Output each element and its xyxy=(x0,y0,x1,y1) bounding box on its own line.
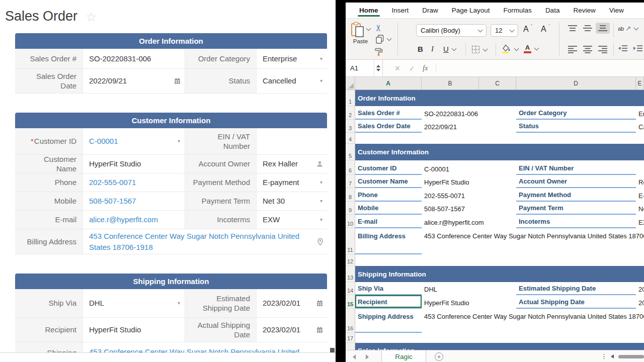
field-value[interactable]: SO-20220831-006 xyxy=(83,49,185,68)
field-value[interactable]: Net 30▾ xyxy=(257,192,327,210)
field-value[interactable]: 2023/02/01 xyxy=(257,318,327,342)
calendar-icon[interactable] xyxy=(316,300,323,307)
grid-cell-a10[interactable]: E-mail xyxy=(355,215,422,228)
borders-button[interactable] xyxy=(471,45,487,54)
select-all-corner[interactable] xyxy=(346,77,355,89)
format-painter-button[interactable] xyxy=(374,48,383,56)
align-bottom-button[interactable] xyxy=(596,23,610,34)
grid-cell-b16[interactable]: 453 Conference Center Way Sugar Notch Pe… xyxy=(422,309,479,333)
column-header-e[interactable]: E xyxy=(636,77,644,89)
grid-cell-c10[interactable] xyxy=(479,215,516,228)
grid-cell-a3[interactable]: Sales Order Date xyxy=(355,120,422,133)
empty-row[interactable] xyxy=(355,333,644,343)
dropdown-caret-icon[interactable]: ▾ xyxy=(178,301,180,306)
row-number[interactable]: 17 xyxy=(346,333,355,343)
section-header-row[interactable]: Shipping Information xyxy=(355,266,644,282)
name-box-spinner[interactable] xyxy=(374,60,382,76)
field-value[interactable]: 508-507-1567 xyxy=(83,192,185,210)
grid-cell-e2[interactable]: Enterprise xyxy=(636,106,644,120)
copy-button[interactable] xyxy=(376,35,391,44)
grid-cell-b3[interactable]: 2022/09/21 xyxy=(422,120,479,133)
row-number[interactable]: 3 xyxy=(346,120,355,133)
grid-cell-a11[interactable]: Billing Address xyxy=(355,228,422,254)
bold-button[interactable]: B xyxy=(418,45,423,53)
grid-cell-a2[interactable]: Sales Order # xyxy=(355,106,422,120)
row-number[interactable]: 8 xyxy=(346,188,355,202)
grid-cell-c8[interactable] xyxy=(479,188,516,202)
dropdown-caret-icon[interactable]: ▾ xyxy=(178,139,180,144)
font-size-select[interactable]: 12 xyxy=(491,24,518,37)
field-value[interactable]: HyperFit Studio xyxy=(83,318,185,342)
dropdown-caret-icon[interactable]: ▾ xyxy=(320,180,323,185)
orientation-button[interactable]: ab ↗ xyxy=(618,25,638,32)
grid-cell-b14[interactable]: DHL xyxy=(422,282,479,295)
dropdown-caret-icon[interactable]: ▾ xyxy=(320,56,323,61)
row-number[interactable]: 6 xyxy=(346,160,355,175)
ribbon-tab-review[interactable]: Review xyxy=(573,3,595,18)
field-value[interactable]: 2023/02/01 xyxy=(257,289,327,317)
column-header-b[interactable]: B xyxy=(422,77,479,89)
row-number[interactable]: 14 xyxy=(346,282,355,295)
ribbon-tab-formulas[interactable]: Formulas xyxy=(504,3,532,18)
grow-font-button[interactable]: Aˆ xyxy=(523,25,532,34)
grid-cell-e15[interactable]: 2023/02/01 xyxy=(636,295,644,309)
align-top-button[interactable] xyxy=(566,23,580,34)
insert-function-icon[interactable]: fx xyxy=(423,64,428,72)
grid-cell-d9[interactable]: Payment Term xyxy=(516,202,636,215)
grid-cell-a7[interactable]: Customer Name xyxy=(355,175,422,188)
favorite-star-icon[interactable]: ☆ xyxy=(86,11,97,23)
ribbon-tab-home[interactable]: Home xyxy=(359,3,378,18)
section-header-row[interactable]: Sales Information xyxy=(355,343,644,350)
grid-cell-e14[interactable]: 2023/02/01 xyxy=(636,282,644,295)
empty-row[interactable] xyxy=(355,133,644,144)
fill-color-button[interactable] xyxy=(502,44,518,54)
cancel-icon[interactable]: ✕ xyxy=(394,64,400,72)
grid-cell-a16[interactable]: Shipping Address xyxy=(355,309,422,333)
grid-cell-d16[interactable] xyxy=(516,309,636,333)
grid-cell-e10[interactable]: EXW xyxy=(636,215,644,228)
align-left-button[interactable] xyxy=(566,44,580,55)
align-middle-button[interactable] xyxy=(581,23,595,34)
field-value[interactable]: C-00001▾ xyxy=(83,128,185,154)
grid-cell-e9[interactable]: Net 30 xyxy=(636,202,644,215)
ribbon-tab-draw[interactable]: Draw xyxy=(422,3,438,18)
cut-button[interactable]: ✂ xyxy=(373,24,384,31)
grid-cell-b15[interactable]: HyperFit Studio xyxy=(422,295,479,309)
hscroll-thumb[interactable] xyxy=(618,355,644,358)
add-sheet-button[interactable]: + xyxy=(435,352,443,361)
row-number[interactable]: 13 xyxy=(346,266,355,282)
grid-cell-d2[interactable]: Order Category xyxy=(516,106,636,120)
name-box[interactable]: A1 xyxy=(346,60,383,76)
italic-button[interactable]: I xyxy=(431,45,434,53)
grid-cell-b11[interactable]: 453 Conference Center Way Sugar Notch Pe… xyxy=(422,228,479,254)
grid-cell-d10[interactable]: Incoterms xyxy=(516,215,636,228)
decrease-indent-button[interactable] xyxy=(618,45,628,52)
grid-cell-d14[interactable]: Estimated Shipping Date xyxy=(516,282,636,295)
grid-cell-a8[interactable]: Phone xyxy=(355,188,422,202)
grid-cell-d7[interactable]: Account Owner xyxy=(516,175,636,188)
row-number[interactable]: 10 xyxy=(346,215,355,228)
increase-indent-button[interactable] xyxy=(633,45,643,52)
hscroll-left-button[interactable] xyxy=(611,354,614,358)
grid-cell-b7[interactable]: HyperFit Studio xyxy=(422,175,479,188)
column-header-d[interactable]: D xyxy=(516,77,636,89)
grid-cell-d11[interactable] xyxy=(516,228,636,254)
location-pin-icon[interactable] xyxy=(317,238,323,245)
grid-cell-c15[interactable] xyxy=(479,295,516,309)
sheet-tab-ragic[interactable]: Ragic xyxy=(381,350,426,362)
grid-cell-a14[interactable]: Ship Via xyxy=(355,282,422,295)
empty-row[interactable] xyxy=(355,254,644,266)
grid-cell-e7[interactable]: Rex Haller xyxy=(636,175,644,188)
ribbon-tab-data[interactable]: Data xyxy=(545,3,560,18)
grid-cell-e16[interactable] xyxy=(636,309,644,333)
ribbon-tab-view[interactable]: View xyxy=(609,3,624,18)
row-number[interactable]: 18 xyxy=(346,343,355,350)
row-number[interactable]: 9 xyxy=(346,202,355,215)
column-header-c[interactable]: C xyxy=(479,77,516,89)
row-number[interactable]: 2 xyxy=(346,106,355,120)
scrollbar-corner[interactable] xyxy=(330,348,335,352)
section-header-row[interactable]: Order Information xyxy=(355,90,644,106)
field-value[interactable]: HyperFit Studio xyxy=(83,155,185,173)
grid-cell-d15[interactable]: Actual Shipping Date xyxy=(516,295,636,309)
underline-button[interactable]: U xyxy=(443,45,456,53)
